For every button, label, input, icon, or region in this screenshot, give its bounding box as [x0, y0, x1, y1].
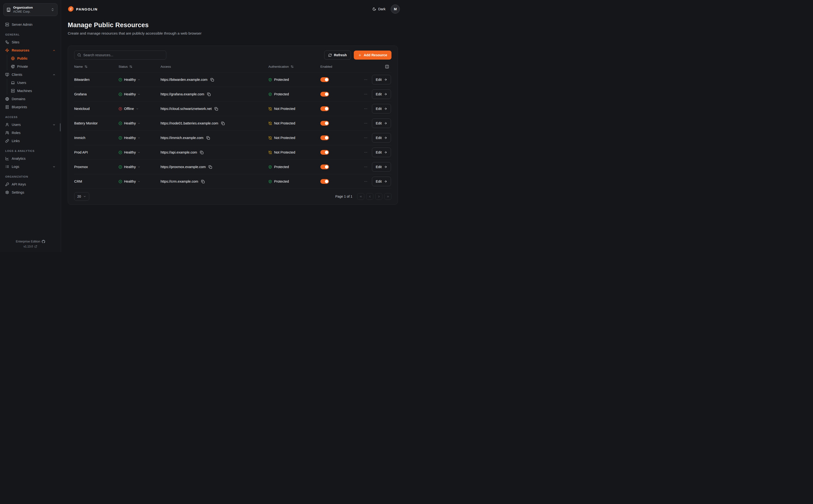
edit-button[interactable]: Edit: [372, 148, 391, 157]
shield-off-icon: [268, 122, 272, 125]
copy-icon[interactable]: [208, 165, 212, 169]
globe-icon: [11, 57, 15, 60]
sort-icon[interactable]: [129, 65, 132, 68]
avatar[interactable]: M: [391, 5, 400, 14]
external-link-icon[interactable]: [34, 245, 37, 248]
enabled-toggle[interactable]: [320, 121, 329, 126]
sort-icon[interactable]: [84, 65, 88, 68]
prev-page-button[interactable]: [366, 193, 373, 200]
sidebar-item-domains[interactable]: Domains: [3, 95, 57, 103]
copy-icon[interactable]: [201, 180, 205, 183]
row-menu-button[interactable]: [363, 106, 368, 112]
healthy-icon: [119, 136, 122, 140]
sidebar-item-resources[interactable]: Resources: [3, 46, 57, 54]
sidebar-item-analytics[interactable]: Analytics: [3, 155, 57, 162]
copy-icon[interactable]: [207, 93, 211, 96]
next-page-button[interactable]: [375, 193, 382, 200]
add-resource-button[interactable]: Add Resource: [354, 51, 391, 60]
refresh-button[interactable]: Refresh: [324, 51, 351, 60]
row-menu-button[interactable]: [363, 164, 368, 170]
auth-label: Protected: [274, 180, 289, 183]
row-menu-button[interactable]: [363, 135, 368, 141]
chevron-left-icon: [368, 195, 371, 198]
edit-button[interactable]: Edit: [372, 75, 391, 84]
row-menu-button[interactable]: [363, 120, 368, 126]
auth-label: Not Protected: [274, 150, 295, 154]
sidebar-item-logs[interactable]: Logs: [3, 163, 57, 170]
status-badge[interactable]: Healthy: [119, 150, 140, 154]
enabled-toggle[interactable]: [320, 106, 329, 111]
status-badge[interactable]: Healthy: [119, 78, 140, 82]
row-menu-button[interactable]: [363, 77, 368, 82]
column-header-status: Status: [119, 65, 160, 68]
sidebar-item-client-users[interactable]: Users: [9, 79, 57, 87]
version-label: v1.13.0: [24, 245, 33, 248]
github-icon[interactable]: [42, 240, 45, 243]
enabled-toggle[interactable]: [320, 135, 329, 140]
chevron-down-icon: [136, 108, 139, 110]
sidebar-item-clients[interactable]: Clients: [3, 71, 57, 78]
chevrons-right-icon: [386, 195, 389, 198]
search-input[interactable]: [83, 53, 163, 57]
sidebar-item-sites[interactable]: Sites: [3, 38, 57, 46]
sidebar-item-roles[interactable]: Roles: [3, 129, 57, 137]
sidebar-item-settings[interactable]: Settings: [3, 189, 57, 196]
sidebar-item-blueprints[interactable]: Blueprints: [3, 103, 57, 111]
edit-button[interactable]: Edit: [372, 104, 391, 113]
refresh-icon: [328, 53, 332, 57]
enabled-toggle[interactable]: [320, 150, 329, 155]
sidebar-item-users[interactable]: Users: [3, 121, 57, 129]
status-label: Healthy: [124, 136, 136, 140]
offline-icon: [119, 107, 122, 111]
auth-label: Not Protected: [274, 121, 295, 125]
edit-button[interactable]: Edit: [372, 89, 391, 99]
resource-table-body: Bitwarden Healthy https://bitwarden.exam…: [74, 72, 391, 189]
status-badge[interactable]: Healthy: [119, 121, 140, 125]
sidebar-item-server-admin[interactable]: Server Admin: [3, 21, 57, 28]
page-size-select[interactable]: 20: [74, 192, 89, 201]
copy-icon[interactable]: [221, 122, 225, 125]
last-page-button[interactable]: [384, 193, 391, 200]
chevron-down-icon: [138, 166, 140, 168]
org-switcher[interactable]: Organization ACME Corp.: [3, 3, 57, 16]
sidebar-item-links[interactable]: Links: [3, 137, 57, 145]
row-menu-button[interactable]: [363, 149, 368, 155]
copy-icon[interactable]: [206, 136, 210, 140]
sidebar-item-public[interactable]: Public: [9, 55, 57, 62]
sidebar-item-api-keys[interactable]: API Keys: [3, 180, 57, 188]
table-row: Prod API Healthy https://api.example.com…: [74, 145, 391, 160]
copy-icon[interactable]: [200, 151, 203, 154]
status-badge[interactable]: Healthy: [119, 92, 140, 96]
edit-button[interactable]: Edit: [372, 133, 391, 143]
enabled-toggle[interactable]: [320, 92, 329, 97]
edit-label: Edit: [376, 107, 382, 111]
status-badge[interactable]: Offline: [119, 107, 139, 111]
sort-icon[interactable]: [290, 65, 294, 68]
sidebar-scrollbar[interactable]: [60, 123, 61, 131]
first-page-button[interactable]: [357, 193, 364, 200]
row-menu-button[interactable]: [363, 179, 368, 184]
edit-button[interactable]: Edit: [372, 118, 391, 128]
server-icon: [5, 23, 9, 26]
table-row: Immich Healthy https://immich.example.co…: [74, 131, 391, 145]
enabled-toggle[interactable]: [320, 77, 329, 82]
theme-toggle[interactable]: Dark: [372, 7, 385, 11]
edit-button[interactable]: Edit: [372, 162, 391, 172]
edit-button[interactable]: Edit: [372, 177, 391, 186]
shield-check-icon: [268, 180, 272, 183]
columns-icon[interactable]: [385, 65, 389, 69]
status-badge[interactable]: Healthy: [119, 180, 140, 183]
copy-icon[interactable]: [214, 107, 218, 111]
status-badge[interactable]: Healthy: [119, 136, 140, 140]
status-label: Healthy: [124, 92, 136, 96]
copy-icon[interactable]: [210, 78, 214, 82]
status-badge[interactable]: Healthy: [119, 165, 140, 169]
brand-logo[interactable]: PANGOLIN: [68, 6, 98, 12]
sidebar-item-machines[interactable]: Machines: [9, 87, 57, 95]
enabled-toggle[interactable]: [320, 165, 329, 169]
sidebar-item-private[interactable]: Private: [9, 63, 57, 70]
arrow-right-icon: [384, 136, 387, 139]
enabled-toggle[interactable]: [320, 179, 329, 184]
row-menu-button[interactable]: [363, 91, 368, 97]
auth-label: Not Protected: [274, 107, 295, 111]
